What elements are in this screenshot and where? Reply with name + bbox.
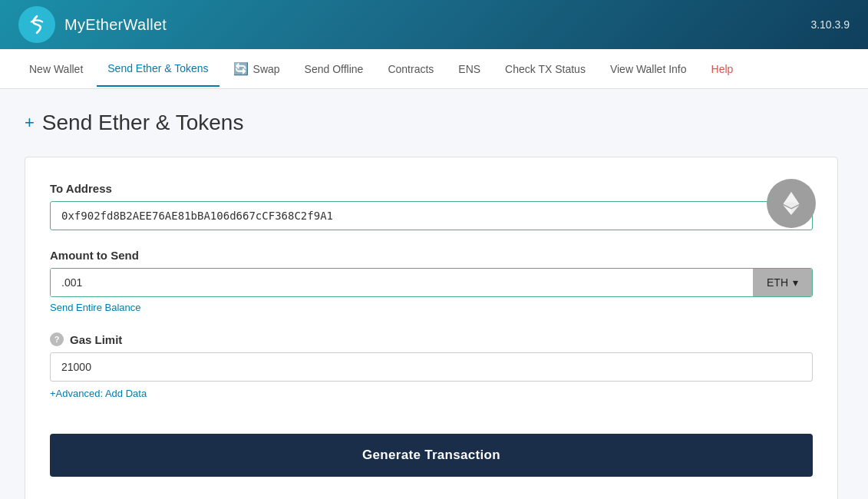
- header-left: MyEtherWallet: [18, 6, 167, 43]
- currency-dropdown[interactable]: ETH ▾: [753, 269, 812, 296]
- app-version: 3.10.3.9: [810, 18, 850, 31]
- send-form-card: To Address Amount to Send ETH ▾ Send Ent…: [25, 157, 838, 499]
- generate-transaction-button[interactable]: Generate Transaction: [50, 434, 813, 477]
- swap-icon: 🔄: [233, 61, 249, 76]
- nav-check-tx-status[interactable]: Check TX Status: [494, 52, 596, 86]
- amount-input[interactable]: [51, 269, 753, 296]
- app-title: MyEtherWallet: [64, 16, 167, 34]
- header: MyEtherWallet 3.10.3.9: [0, 0, 868, 49]
- gas-limit-help-icon[interactable]: ?: [50, 332, 64, 346]
- page-plus-icon: +: [25, 113, 35, 133]
- advanced-add-data-link[interactable]: +Advanced: Add Data: [50, 388, 147, 399]
- nav-send-offline[interactable]: Send Offline: [294, 52, 375, 86]
- nav-view-wallet-info[interactable]: View Wallet Info: [599, 52, 698, 86]
- amount-row: ETH ▾: [50, 268, 813, 297]
- nav-contracts[interactable]: Contracts: [377, 52, 444, 86]
- page-content: + Send Ether & Tokens To Address Amount …: [0, 89, 868, 499]
- main-nav: New Wallet Send Ether & Tokens 🔄 Swap Se…: [0, 49, 868, 89]
- nav-swap[interactable]: 🔄 Swap: [223, 51, 291, 87]
- nav-help[interactable]: Help: [701, 52, 744, 86]
- page-header: + Send Ether & Tokens: [25, 111, 843, 135]
- nav-send-ether-tokens[interactable]: Send Ether & Tokens: [97, 51, 219, 87]
- nav-ens[interactable]: ENS: [447, 52, 491, 86]
- nav-new-wallet[interactable]: New Wallet: [18, 52, 94, 86]
- amount-label: Amount to Send: [50, 249, 813, 262]
- send-entire-balance-link[interactable]: Send Entire Balance: [50, 302, 141, 313]
- to-address-input[interactable]: [50, 201, 813, 230]
- gas-limit-input[interactable]: [50, 352, 813, 382]
- to-address-group: To Address: [50, 182, 813, 230]
- gas-limit-label: Gas Limit: [70, 333, 122, 346]
- ethereum-logo: [767, 179, 816, 228]
- to-address-label: To Address: [50, 182, 813, 195]
- logo: [18, 6, 55, 43]
- page-title: Send Ether & Tokens: [42, 111, 244, 135]
- amount-group: Amount to Send ETH ▾ Send Entire Balance: [50, 249, 813, 314]
- gas-label-row: ? Gas Limit: [50, 332, 813, 346]
- currency-label: ETH: [767, 276, 788, 289]
- gas-limit-group: ? Gas Limit +Advanced: Add Data: [50, 332, 813, 400]
- currency-dropdown-icon: ▾: [793, 276, 798, 289]
